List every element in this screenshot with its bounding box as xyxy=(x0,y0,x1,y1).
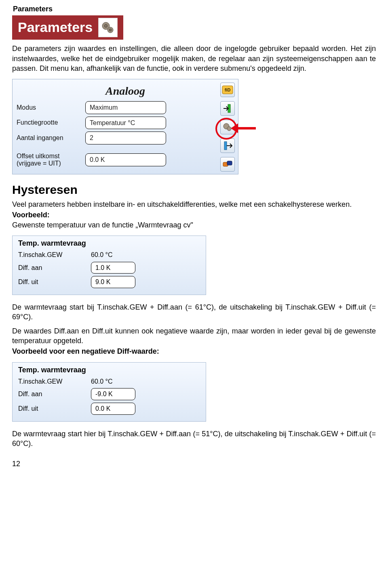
page-title: Parameters xyxy=(18,18,93,37)
t-inschak-label-2: T.inschak.GEW xyxy=(18,377,91,386)
panel2-title: Temp. warmtevraag xyxy=(18,238,200,248)
warmtevraag-panel-1: Temp. warmtevraag T.inschak.GEW 60.0 °C … xyxy=(12,236,206,295)
diff-uit-label-2: Diff. uit xyxy=(18,404,91,413)
diff-aan-label-2: Diff. aan xyxy=(18,390,91,399)
analoog-panel: Analoog Modus Maximum Functiegrootte Tem… xyxy=(12,79,238,174)
warmtevraag-panel-2: Temp. warmtevraag T.inschak.GEW 60.0 °C … xyxy=(12,362,206,422)
hysteresen-heading: Hysteresen xyxy=(12,182,376,198)
explain-2: De waardes Diff.aan en Diff.uit kunnen o… xyxy=(12,326,376,346)
modus-field[interactable]: Maximum xyxy=(85,101,166,114)
highlight-arrow-icon xyxy=(236,125,264,132)
input-arrow-button[interactable] xyxy=(220,101,235,116)
aantal-ingangen-field[interactable]: 2 xyxy=(85,132,166,144)
functiegrootte-label: Functiegrootte xyxy=(17,119,85,126)
panel3-title: Temp. warmtevraag xyxy=(18,365,200,375)
t-inschak-value: 60.0 °C xyxy=(91,250,113,259)
voorbeeld-text: Gewenste temperatuur van de functie „War… xyxy=(12,220,376,230)
diff-uit-field[interactable]: 9.0 K xyxy=(91,276,135,288)
voorbeeld-label: Voorbeeld: xyxy=(12,211,50,219)
diff-aan-field[interactable]: 1.0 K xyxy=(91,262,135,274)
voorbeeld2-label: Voorbeeld voor een negatieve Diff-waarde… xyxy=(12,347,159,355)
aantal-ingangen-label: Aantal ingangen xyxy=(17,134,85,142)
functiegrootte-field[interactable]: Temperatuur °C xyxy=(85,117,166,129)
modus-label: Modus xyxy=(17,104,85,111)
link-button[interactable] xyxy=(220,157,235,172)
page-title-bar: Parameters xyxy=(12,15,123,40)
diff-aan-label: Diff. aan xyxy=(18,263,91,272)
diff-uit-label: Diff. uit xyxy=(18,278,91,287)
intro-paragraph: De parameters zijn waardes en instelling… xyxy=(12,44,376,73)
panel-title: Analoog xyxy=(17,83,234,99)
svg-point-1 xyxy=(108,27,113,33)
svg-text:fiD: fiD xyxy=(225,87,231,92)
svg-rect-11 xyxy=(227,161,232,165)
offset-label: Offset uitkomst (vrijgave = UIT) xyxy=(17,153,85,168)
fid-button[interactable]: fiD xyxy=(220,83,235,97)
t-inschak-value-2: 60.0 °C xyxy=(91,377,113,386)
explain-1: De warmtevraag start bij T.inschak.GEW +… xyxy=(12,302,376,322)
output-arrow-button[interactable] xyxy=(220,138,235,153)
diff-aan-field-2[interactable]: -9.0 K xyxy=(91,388,135,400)
svg-rect-9 xyxy=(224,142,227,150)
parameters-button[interactable] xyxy=(220,120,235,134)
diff-uit-field-2[interactable]: 0.0 K xyxy=(91,403,135,415)
section-byline: Parameters xyxy=(13,4,376,14)
gears-icon xyxy=(98,18,118,37)
hysteresen-text: Veel parameters hebben instelbare in- en… xyxy=(12,200,376,209)
offset-field[interactable]: 0.0 K xyxy=(85,153,166,166)
svg-point-8 xyxy=(227,127,231,131)
t-inschak-label: T.inschak.GEW xyxy=(18,250,91,259)
page-number: 12 xyxy=(12,459,376,469)
explain-3: De warmtevraag start hier bij T.inschak.… xyxy=(12,429,376,449)
